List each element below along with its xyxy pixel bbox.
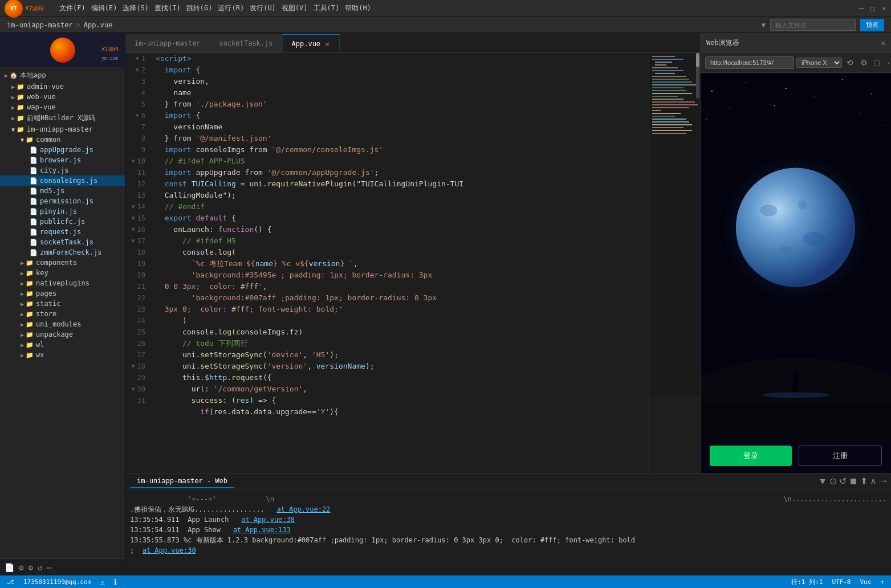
breadcrumb-project[interactable]: im-uniapp-master [7, 21, 73, 29]
status-warning-icon: ⚠ [100, 578, 105, 586]
fold-icon-17[interactable]: ▼ [132, 235, 135, 247]
menu-find[interactable]: 查找(I) [152, 2, 183, 14]
sidebar-refresh-icon[interactable]: ↺ [38, 563, 42, 572]
device-select[interactable]: iPhone X iPhone 12 Pixel 5 [796, 58, 842, 68]
sidebar-item-permission[interactable]: 📄 permission.js [0, 196, 125, 206]
menu-edit[interactable]: 编辑(E) [89, 2, 120, 14]
fold-icon-2[interactable]: ▼ [136, 64, 139, 76]
maximize-button[interactable]: □ [870, 4, 875, 13]
svg-rect-3 [655, 62, 672, 63]
login-button[interactable]: 登录 [710, 446, 792, 466]
browser-layout-icon[interactable]: □ [872, 57, 881, 68]
svg-rect-2 [652, 59, 683, 60]
fold-icon-1[interactable]: ▼ [136, 53, 139, 64]
terminal-link-3[interactable]: at App.vue:133 [233, 526, 291, 534]
menu-goto[interactable]: 跳转(G) [184, 2, 215, 14]
sidebar-item-browser[interactable]: 📄 browser.js [0, 155, 125, 165]
fold-icon-28[interactable]: ▼ [132, 361, 135, 372]
tab-close-icon[interactable]: ✕ [325, 39, 329, 48]
fold-icon-30[interactable]: ▼ [132, 383, 135, 395]
sidebar-item-unpackage[interactable]: ▶ 📁 unpackage [0, 329, 125, 340]
minimize-button[interactable]: ─ [860, 4, 864, 13]
sidebar-item-md5[interactable]: 📄 md5.js [0, 186, 125, 196]
status-upload-icon[interactable]: ↑ [880, 578, 884, 586]
code-content[interactable]: <script> import { version, name } from '… [151, 53, 649, 473]
terminal-refresh-icon[interactable]: ↺ [839, 476, 847, 487]
fold-icon-14[interactable]: ▼ [132, 201, 135, 213]
status-encoding[interactable]: UTF-8 [832, 578, 851, 586]
svg-rect-10 [652, 81, 692, 83]
terminal-down-icon[interactable]: ⤑ [879, 476, 886, 487]
sidebar-item-publicfc[interactable]: 📄 publicfc.js [0, 217, 125, 227]
svg-rect-20 [652, 110, 661, 111]
menu-file[interactable]: 文件(F) [57, 2, 88, 14]
file-search-input[interactable] [770, 19, 856, 31]
sidebar-item-wl[interactable]: ▶ 📁 wl [0, 340, 125, 350]
terminal-export-icon[interactable]: ⬆ [860, 476, 868, 487]
menu-tools[interactable]: 工具(T) [311, 2, 342, 14]
terminal-link-1[interactable]: at App.vue:22 [276, 505, 330, 513]
sidebar-item-common[interactable]: ▼ 📁 common [0, 134, 125, 145]
sidebar-item-zmmformcheck[interactable]: 📄 zmmFormCheck.js [0, 247, 125, 258]
sidebar-item-pages[interactable]: ▶ 📁 pages [0, 288, 125, 299]
sidebar-item-admin-vue[interactable]: ▶ 📁 admin-vue [0, 81, 125, 92]
close-button[interactable]: ✕ [882, 4, 886, 13]
fold-icon-10[interactable]: ▼ [132, 156, 135, 167]
menu-publish[interactable]: 发行(U) [247, 2, 278, 14]
breadcrumb-file[interactable]: App.vue [84, 21, 113, 29]
menu-help[interactable]: 帮助(H) [343, 2, 373, 14]
sidebar-item-sockettask[interactable]: 📄 socketTask.js [0, 237, 125, 247]
settings-browser-icon[interactable]: ⚙ [858, 57, 870, 68]
menu-view[interactable]: 视图(V) [279, 2, 310, 14]
sidebar-item-store[interactable]: ▶ 📁 store [0, 309, 125, 319]
menu-run[interactable]: 运行(R) [215, 2, 246, 14]
sidebar-item-local-app[interactable]: ▶ 🏠 本地app [0, 70, 125, 81]
status-position[interactable]: 行:1 列:1 [791, 578, 823, 586]
sidebar-item-pinyin[interactable]: 📄 pinyin.js [0, 206, 125, 217]
terminal-up-icon[interactable]: ∧ [870, 476, 877, 487]
url-bar[interactable] [705, 56, 794, 69]
status-language[interactable]: Vue [860, 578, 872, 586]
fold-icon-6[interactable]: ▼ [136, 110, 139, 121]
sidebar-item-wap-vue[interactable]: ▶ 📁 wap-vue [0, 102, 125, 112]
fold-icon-16[interactable]: ▼ [132, 224, 135, 235]
sidebar-item-appupgrade[interactable]: 📄 appUpgrade.js [0, 145, 125, 155]
rotate-button[interactable]: ⟲ [844, 57, 856, 68]
sidebar-item-imuniapp[interactable]: ▼ 📁 im-uniapp-master [0, 124, 125, 134]
sidebar-item-consoleimgs[interactable]: 📄 consoleImgs.js [0, 175, 125, 186]
sidebar-item-city[interactable]: 📄 city.js [0, 165, 125, 175]
svg-point-53 [762, 392, 830, 398]
fold-icon-15[interactable]: ▼ [132, 213, 135, 224]
sidebar-git-icon[interactable]: ⚙ [19, 563, 23, 572]
sidebar-item-request[interactable]: 📄 request.js [0, 227, 125, 237]
tab-imuniapp[interactable]: im-uniapp-master [125, 34, 210, 52]
code-editor[interactable]: ▼1 ▼2 3 4 5 ▼6 7 8 9 ▼10 11 12 13 ▼14 [125, 53, 700, 473]
terminal-clear-icon[interactable]: ⊙ [829, 476, 837, 487]
line-numbers: ▼1 ▼2 3 4 5 ▼6 7 8 9 ▼10 11 12 13 ▼14 [125, 53, 151, 473]
preview-button[interactable]: 预览 [860, 19, 884, 31]
terminal-tab[interactable]: im-uniapp-master - Web [130, 475, 234, 488]
svg-rect-4 [655, 64, 666, 66]
sidebar-item-wx[interactable]: ▶ 📁 wx [0, 350, 125, 360]
terminal-stop-icon[interactable]: ⏹ [849, 476, 858, 487]
terminal-link-2[interactable]: at App.vue:38 [241, 516, 295, 524]
sidebar-item-nativeplugins[interactable]: ▶ 📁 nativeplugins [0, 278, 125, 288]
sidebar-settings-icon[interactable]: ⚙ [28, 563, 32, 572]
terminal-expand-icon[interactable]: ▼ [818, 476, 827, 487]
browser-back-button[interactable]: ← [884, 57, 891, 68]
terminal-link-4[interactable]: at App.vue:30 [143, 546, 196, 554]
sidebar-item-uni-modules[interactable]: ▶ 📁 uni_modules [0, 319, 125, 329]
tab-sockettask[interactable]: socketTask.js [210, 34, 283, 52]
sidebar-item-hbuilder[interactable]: ▶ 📁 前端HBuilder X源码 [0, 112, 125, 124]
sidebar-file-icon[interactable]: 📄 [5, 563, 14, 572]
sidebar-item-web-vue[interactable]: ▶ 📁 web-vue [0, 92, 125, 102]
browser-content: 登录 注册 [701, 73, 891, 473]
tab-appvue[interactable]: App.vue ✕ [283, 34, 340, 52]
sidebar-item-static[interactable]: ▶ 📁 static [0, 299, 125, 309]
register-button[interactable]: 注册 [799, 446, 882, 466]
sidebar-item-key[interactable]: ▶ 📁 key [0, 268, 125, 278]
sidebar-item-components[interactable]: ▶ 📁 components [0, 258, 125, 268]
sidebar-more-icon[interactable]: ⋯ [47, 563, 51, 572]
browser-close-icon[interactable]: ✕ [881, 39, 885, 47]
menu-select[interactable]: 选择(S) [120, 2, 151, 14]
